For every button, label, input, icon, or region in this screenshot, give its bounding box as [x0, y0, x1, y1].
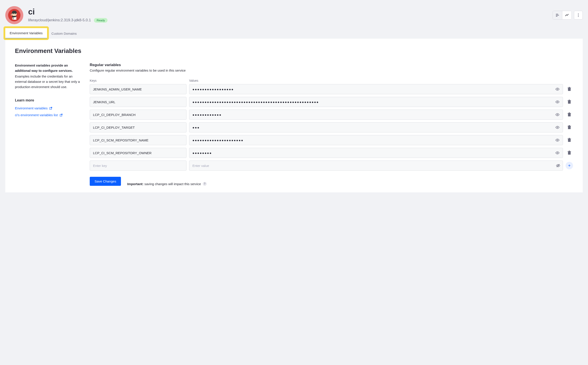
- svg-point-11: [578, 16, 579, 17]
- more-menu-button[interactable]: [574, 11, 583, 20]
- panel: Environment Variables Environment variab…: [5, 39, 583, 192]
- toggle-visibility-button[interactable]: [556, 163, 560, 168]
- value-input[interactable]: ●●●●●●●●●●●●●●●●●: [189, 84, 563, 94]
- intro-text: Examples include the credentials for an …: [15, 74, 81, 90]
- eye-off-icon: [556, 163, 560, 168]
- key-input[interactable]: LCP_CI_DEPLOY_TARGET: [90, 122, 187, 133]
- svg-rect-21: [569, 100, 570, 100]
- svg-rect-20: [567, 100, 571, 101]
- svg-rect-24: [567, 113, 571, 113]
- key-input[interactable]: LCP_CI_DEPLOY_BRANCH: [90, 110, 187, 120]
- svg-rect-28: [567, 126, 571, 126]
- value-input[interactable]: ●●●●●●●●●●●●●●●●●●●●●●●●●●●●●●●●●●●●●●●●…: [189, 97, 563, 107]
- status-badge: Ready: [94, 18, 108, 23]
- svg-point-10: [578, 15, 579, 16]
- svg-rect-7: [556, 15, 559, 16]
- important-note: Important: saving changes will impact th…: [127, 182, 206, 186]
- left-column: Environment variables provide an additio…: [15, 63, 81, 186]
- add-variable-button[interactable]: +: [566, 162, 573, 169]
- svg-point-22: [557, 114, 558, 115]
- learn-more-title: Learn more: [15, 98, 81, 102]
- svg-point-14: [557, 89, 558, 90]
- svg-rect-16: [567, 88, 571, 88]
- key-input[interactable]: LCP_CI_SCM_REPOSITORY_NAME: [90, 135, 187, 145]
- trash-icon: [567, 87, 571, 91]
- trash-icon: [567, 112, 571, 117]
- delete-variable-button[interactable]: [566, 125, 573, 130]
- toggle-visibility-button[interactable]: [555, 125, 560, 130]
- svg-point-34: [557, 152, 558, 154]
- variable-row: JENKINS_ADMIN_USER_NAME ●●●●●●●●●●●●●●●●…: [90, 84, 573, 94]
- svg-point-30: [557, 140, 558, 141]
- svg-rect-25: [569, 112, 570, 113]
- eye-icon: [555, 125, 560, 130]
- delete-variable-button[interactable]: [566, 112, 573, 117]
- variable-row: JENKINS_URL ●●●●●●●●●●●●●●●●●●●●●●●●●●●●…: [90, 97, 573, 107]
- value-input[interactable]: ●●●●●●●●●●●●: [189, 110, 563, 120]
- kebab-icon: [576, 13, 580, 17]
- svg-rect-27: [568, 126, 571, 129]
- toggle-visibility-button[interactable]: [555, 87, 560, 91]
- view-toggle-group: [553, 11, 572, 20]
- trash-icon: [567, 151, 571, 155]
- variable-row: LCP_CI_DEPLOY_TARGET ●●●: [90, 122, 573, 133]
- svg-point-9: [578, 13, 579, 14]
- svg-rect-17: [569, 87, 570, 88]
- toggle-visibility-button[interactable]: [555, 138, 560, 142]
- header-actions: [553, 11, 583, 20]
- save-changes-button[interactable]: Save Changes: [90, 177, 121, 186]
- help-icon[interactable]: ?: [203, 182, 207, 186]
- trash-icon: [567, 138, 571, 142]
- key-input[interactable]: JENKINS_URL: [90, 97, 187, 107]
- panel-title: Environment Variables: [15, 48, 573, 55]
- svg-rect-19: [568, 101, 571, 104]
- toggle-visibility-button[interactable]: [555, 100, 560, 104]
- page-header: ci liferaycloud/jenkins:2.319.3-jdk8-5.0…: [5, 0, 583, 28]
- delete-variable-button[interactable]: [566, 87, 573, 91]
- svg-rect-15: [568, 88, 571, 91]
- jenkins-icon: [8, 8, 21, 22]
- variable-row: LCP_CI_SCM_REPOSITORY_NAME ●●●●●●●●●●●●●…: [90, 135, 573, 145]
- svg-rect-6: [556, 14, 558, 14]
- right-column: Regular variables Configure regular envi…: [90, 63, 573, 186]
- value-input[interactable]: ●●●: [189, 122, 563, 133]
- tab-custom-domains[interactable]: Custom Domains: [47, 28, 81, 39]
- column-header-keys: Keys: [90, 79, 187, 82]
- new-value-input[interactable]: [189, 161, 563, 171]
- toggle-visibility-button[interactable]: [555, 151, 560, 155]
- trash-icon: [567, 125, 571, 130]
- intro-strong: Environment variables provide an additio…: [15, 63, 81, 73]
- value-input[interactable]: ●●●●●●●●: [189, 148, 563, 158]
- link-environment-variables[interactable]: Environment variables: [15, 106, 48, 110]
- delete-variable-button[interactable]: [566, 151, 573, 155]
- chart-view-button[interactable]: [562, 11, 572, 19]
- delete-variable-button[interactable]: [566, 138, 573, 142]
- svg-rect-37: [569, 151, 570, 151]
- tabs: Environment Variables Custom Domains: [5, 28, 583, 39]
- service-title: ci: [28, 8, 35, 16]
- value-input[interactable]: ●●●●●●●●●●●●●●●●●●●●●: [189, 135, 563, 145]
- eye-icon: [555, 112, 560, 117]
- svg-rect-8: [556, 16, 558, 17]
- svg-rect-23: [568, 113, 571, 116]
- variable-row: LCP_CI_SCM_REPOSITORY_OWNER ●●●●●●●●: [90, 148, 573, 158]
- new-variable-row: +: [90, 161, 573, 171]
- trash-icon: [567, 100, 571, 104]
- chart-line-icon: [565, 13, 569, 17]
- toggle-visibility-button[interactable]: [555, 112, 560, 117]
- eye-icon: [555, 138, 560, 142]
- tab-environment-variables[interactable]: Environment Variables: [5, 28, 47, 39]
- eye-icon: [555, 100, 560, 104]
- svg-point-18: [557, 101, 558, 103]
- section-title: Regular variables: [90, 63, 573, 67]
- svg-point-2: [13, 13, 14, 14]
- new-key-input[interactable]: [90, 161, 187, 171]
- delete-variable-button[interactable]: [566, 100, 573, 104]
- list-view-button[interactable]: [553, 11, 562, 19]
- key-input[interactable]: LCP_CI_SCM_REPOSITORY_OWNER: [90, 148, 187, 158]
- key-input[interactable]: JENKINS_ADMIN_USER_NAME: [90, 84, 187, 94]
- svg-rect-31: [568, 139, 571, 142]
- link-ci-env-list[interactable]: ci's environment variables list: [15, 113, 58, 117]
- eye-icon: [555, 151, 560, 155]
- svg-rect-33: [569, 138, 570, 139]
